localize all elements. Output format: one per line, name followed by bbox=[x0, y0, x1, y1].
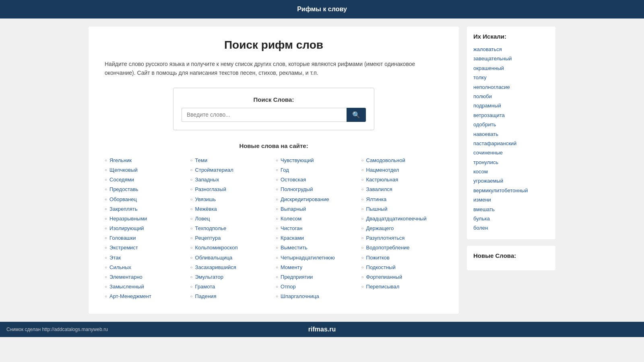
sidebar-searched-link[interactable]: полюби bbox=[473, 92, 549, 101]
word-bullet: ○ bbox=[276, 158, 278, 162]
site-header: Рифмы к слову bbox=[0, 0, 644, 19]
list-item: ○ Шпаргалочница bbox=[276, 292, 357, 301]
word-link[interactable]: Арт-Менеджмент bbox=[109, 293, 151, 300]
new-words-title: Новые слова на сайте: bbox=[105, 142, 443, 149]
word-link[interactable]: Самодовольной bbox=[366, 157, 405, 164]
word-link[interactable]: Грамота bbox=[195, 283, 215, 290]
list-item: ○ Замысленный bbox=[105, 282, 186, 292]
word-link[interactable]: Экстремист bbox=[109, 244, 138, 251]
word-link[interactable]: Закреплять bbox=[109, 206, 138, 213]
list-item: ○ Кольпомикроскоп bbox=[190, 243, 272, 253]
word-link[interactable]: Чувствующий bbox=[281, 157, 314, 164]
word-link[interactable]: Колесом bbox=[281, 215, 301, 222]
word-link[interactable]: Разноглазый bbox=[195, 186, 226, 193]
word-link[interactable]: Красками bbox=[281, 234, 304, 242]
word-link[interactable]: Соседями bbox=[109, 176, 134, 183]
footer-site: rifmas.ru bbox=[308, 326, 336, 333]
sidebar-searched-link[interactable]: неполногласие bbox=[473, 82, 549, 92]
word-link[interactable]: Засахарившийся bbox=[195, 264, 236, 271]
search-button[interactable]: 🔍 bbox=[347, 108, 366, 122]
word-link[interactable]: Оборванец bbox=[109, 196, 137, 203]
sidebar-searched-link[interactable]: навоевать bbox=[473, 130, 549, 139]
word-link[interactable]: Водопотребление bbox=[366, 244, 410, 251]
word-link[interactable]: Сильных bbox=[109, 264, 131, 271]
word-link[interactable]: Год bbox=[281, 167, 289, 174]
word-link[interactable]: Изолирующий bbox=[109, 225, 144, 232]
sidebar-searched-link[interactable]: завещательный bbox=[473, 54, 549, 63]
sidebar-searched-link[interactable]: толку bbox=[473, 73, 549, 82]
word-link[interactable]: Выпарный bbox=[281, 206, 306, 213]
word-link[interactable]: Предоставь bbox=[109, 186, 138, 193]
word-link[interactable]: Межёвка bbox=[195, 206, 217, 213]
word-link[interactable]: Держащего bbox=[366, 225, 394, 232]
sidebar-searched-link[interactable]: подрамный bbox=[473, 101, 549, 110]
word-link[interactable]: Элементарно bbox=[109, 274, 142, 281]
word-link[interactable]: Фортепианный bbox=[366, 274, 402, 281]
sidebar-searched-link[interactable]: одобрить bbox=[473, 120, 549, 129]
word-bullet: ○ bbox=[361, 245, 364, 250]
sidebar-searched-link[interactable]: ветрозащита bbox=[473, 111, 549, 120]
word-bullet: ○ bbox=[190, 216, 193, 221]
word-link[interactable]: Ялтинка bbox=[366, 196, 387, 203]
word-bullet: ○ bbox=[361, 226, 364, 230]
word-link[interactable]: Щепчковый bbox=[109, 167, 138, 174]
list-item: ○ Предприятии bbox=[276, 272, 357, 282]
word-link[interactable]: Полногрудый bbox=[281, 186, 313, 193]
word-link[interactable]: Дискредитирование bbox=[281, 196, 329, 203]
word-link[interactable]: Пожитков bbox=[366, 254, 390, 261]
sidebar-searched-link[interactable]: угрожаемый bbox=[473, 176, 549, 185]
sidebar-searched-link[interactable]: жаловаться bbox=[473, 45, 549, 54]
word-link[interactable]: Выместить bbox=[281, 244, 308, 251]
sidebar-searched-link[interactable]: вермикулитобетонный bbox=[473, 186, 549, 195]
word-link[interactable]: Увязишь bbox=[195, 196, 216, 203]
sidebar-searched-link[interactable]: сочиненные bbox=[473, 148, 549, 157]
word-link[interactable]: Моменту bbox=[281, 264, 302, 271]
word-link[interactable]: Кастрюльная bbox=[366, 176, 398, 183]
word-link[interactable]: Пышный bbox=[366, 206, 388, 213]
word-link[interactable]: Остовская bbox=[281, 176, 306, 183]
sidebar-searched-link[interactable]: тронулись bbox=[473, 158, 549, 167]
sidebar-searched-link[interactable]: пастафарианский bbox=[473, 139, 549, 148]
sidebar-searched-link[interactable]: болен bbox=[473, 223, 549, 232]
word-link[interactable]: Падения bbox=[195, 293, 217, 300]
word-link[interactable]: Отпор bbox=[281, 283, 296, 290]
sidebar-searched-link[interactable]: измени bbox=[473, 195, 549, 204]
list-item: ○ Элементарно bbox=[105, 272, 186, 282]
word-link[interactable]: Головашки bbox=[109, 234, 136, 242]
sidebar-searched-link[interactable]: косом bbox=[473, 167, 549, 176]
word-link[interactable]: Четырнадцатилетнюю bbox=[281, 254, 335, 261]
word-link[interactable]: Техподполье bbox=[195, 225, 227, 232]
word-link[interactable]: Предприятии bbox=[281, 274, 313, 281]
sidebar-searched-link[interactable]: булька bbox=[473, 214, 549, 223]
word-link[interactable]: Завалился bbox=[366, 186, 392, 193]
word-link[interactable]: Переписывал bbox=[366, 283, 400, 290]
list-item: ○ Отпор bbox=[276, 282, 357, 292]
word-link[interactable]: Эмульгатор bbox=[195, 274, 224, 281]
word-link[interactable]: Замысленный bbox=[109, 283, 144, 290]
word-link[interactable]: Подкостный bbox=[366, 264, 396, 271]
word-link[interactable]: Шпаргалочница bbox=[281, 293, 319, 300]
word-bullet: ○ bbox=[105, 197, 107, 202]
word-link[interactable]: Западных bbox=[195, 176, 219, 183]
word-bullet: ○ bbox=[190, 265, 193, 269]
list-item: ○ Обливальщица bbox=[190, 253, 272, 263]
word-link[interactable]: Стройматериал bbox=[195, 167, 233, 174]
word-link[interactable]: Разуплотняться bbox=[366, 234, 405, 242]
word-link[interactable]: Рецептура bbox=[195, 234, 221, 242]
word-link[interactable]: Кольпомикроскоп bbox=[195, 244, 238, 251]
sidebar-searched-link[interactable]: вмешать bbox=[473, 205, 549, 214]
word-link[interactable]: Обливальщица bbox=[195, 254, 233, 261]
new-words-sidebar-box: Новые Слова: bbox=[467, 246, 555, 270]
word-link[interactable]: Ловец bbox=[195, 215, 210, 222]
word-bullet: ○ bbox=[361, 255, 364, 260]
sidebar-searched-link[interactable]: окрашенный bbox=[473, 64, 549, 73]
word-link[interactable]: Этак bbox=[109, 254, 121, 261]
word-link[interactable]: Теми bbox=[195, 157, 208, 164]
word-link[interactable]: Ягельник bbox=[109, 157, 132, 164]
search-input[interactable] bbox=[182, 108, 347, 122]
word-link[interactable]: Двадцатдцатикопеечный bbox=[366, 215, 427, 222]
word-link[interactable]: Неразрывными bbox=[109, 215, 147, 222]
word-bullet: ○ bbox=[105, 216, 107, 221]
word-link[interactable]: Чистоган bbox=[281, 225, 302, 232]
word-link[interactable]: Нацменотдел bbox=[366, 167, 399, 174]
